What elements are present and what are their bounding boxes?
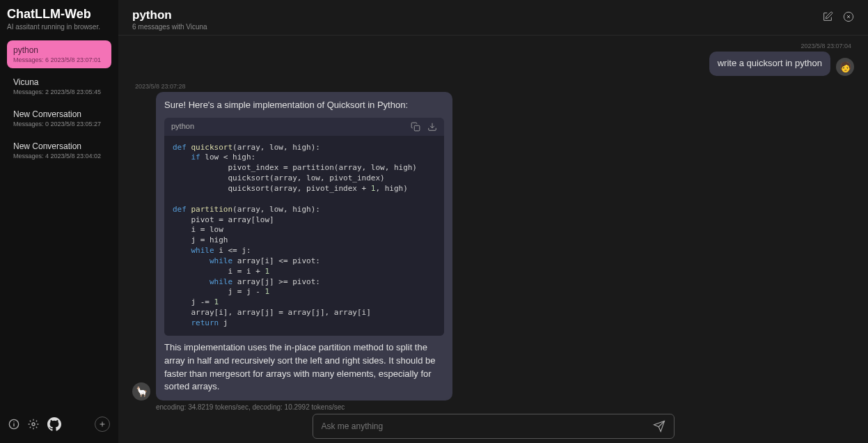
input-bar: [313, 414, 674, 439]
new-conversation-button[interactable]: [95, 417, 110, 432]
sidebar-conversation-item[interactable]: pythonMessages: 6 2023/5/8 23:07:01: [7, 40, 111, 68]
sidebar-conversation-item[interactable]: New ConversationMessages: 4 2023/5/8 23:…: [7, 137, 111, 164]
conversation-list: pythonMessages: 6 2023/5/8 23:07:01Vicun…: [7, 40, 111, 169]
svg-point-3: [32, 423, 35, 426]
copy-icon[interactable]: [411, 122, 420, 132]
message-bubble: write a quicksort in python: [709, 52, 830, 76]
conversation-meta: Messages: 6 2023/5/8 23:07:01: [13, 56, 105, 63]
bot-outro-text: This implementation uses the in-place pa…: [164, 341, 444, 394]
conversation-meta: Messages: 0 2023/5/8 23:05:27: [13, 121, 105, 127]
page-subtitle: 6 messages with Vicuna: [132, 23, 822, 31]
code-body: def quicksort(array, low, high): if low …: [164, 136, 444, 336]
svg-rect-9: [414, 125, 420, 131]
message-bubble: Sure! Here's a simple implementation of …: [156, 92, 452, 401]
message-input[interactable]: [322, 421, 653, 431]
conversation-title: python: [13, 45, 105, 55]
sidebar-conversation-item[interactable]: New ConversationMessages: 0 2023/5/8 23:…: [7, 104, 111, 132]
sidebar-conversation-item[interactable]: VicunaMessages: 2 2023/5/8 23:05:45: [7, 72, 111, 100]
bot-intro-text: Sure! Here's a simple implementation of …: [164, 99, 444, 112]
close-icon[interactable]: [843, 11, 854, 22]
send-icon[interactable]: [653, 420, 665, 433]
info-icon[interactable]: [8, 419, 19, 430]
code-block: python def quicksort(array, low, high): …: [164, 118, 444, 336]
conversation-meta: Messages: 2 2023/5/8 23:05:45: [13, 88, 105, 95]
app-logo: ChatLLM-Web: [7, 7, 111, 22]
conversation-title: Vicuna: [13, 77, 105, 87]
message-time: 2023/5/8 23:07:28: [132, 83, 189, 90]
main-panel: python 6 messages with Vicuna 2023/5/8 2…: [118, 0, 868, 443]
github-icon[interactable]: [47, 417, 61, 431]
sidebar: ChatLLM-Web AI assitant running in brows…: [0, 0, 118, 443]
message-bot: 2023/5/8 23:07:28 Sure! Here's a simple …: [132, 83, 854, 411]
download-icon[interactable]: [427, 122, 437, 132]
avatar: 🦙: [132, 382, 150, 401]
chat-scroll[interactable]: 2023/5/8 23:07:04 write a quicksort in p…: [118, 36, 868, 414]
edit-icon[interactable]: [822, 11, 833, 22]
conversation-meta: Messages: 4 2023/5/8 23:04:02: [13, 153, 105, 160]
page-title: python: [132, 8, 822, 22]
conversation-title: New Conversation: [13, 141, 105, 151]
avatar: 🧑: [836, 58, 854, 76]
svg-point-2: [13, 421, 14, 422]
gear-icon[interactable]: [28, 419, 39, 430]
message-time: 2023/5/8 23:07:04: [798, 42, 854, 49]
code-lang-label: python: [171, 121, 404, 132]
token-stats: encoding: 34.8219 tokens/sec, decoding: …: [156, 403, 345, 411]
message-user: 2023/5/8 23:07:04 write a quicksort in p…: [132, 42, 854, 76]
chat-header: python 6 messages with Vicuna: [118, 0, 868, 36]
sidebar-footer: [7, 412, 111, 436]
conversation-title: New Conversation: [13, 109, 105, 119]
plus-icon: [98, 420, 106, 428]
app-tagline: AI assitant running in browser.: [7, 23, 111, 31]
